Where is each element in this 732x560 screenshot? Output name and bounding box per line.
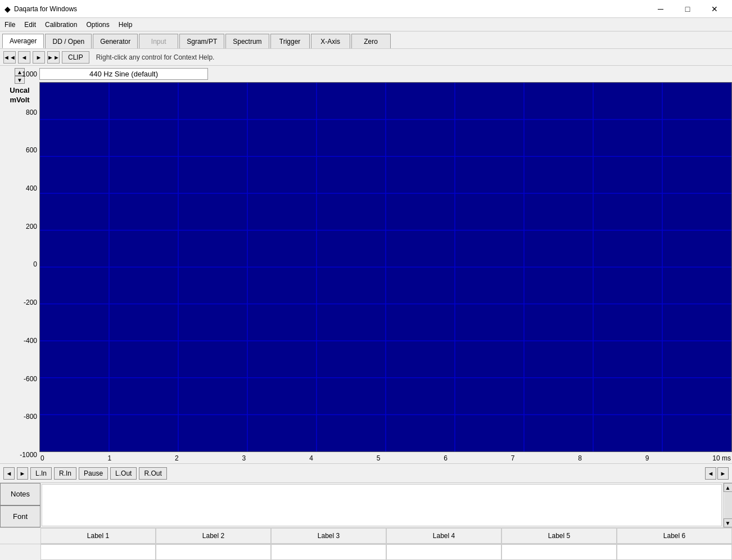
notes-textarea[interactable]: [42, 484, 722, 526]
label-value-1[interactable]: [40, 544, 156, 560]
label-header-1: Label 1: [40, 528, 156, 544]
label-value-5[interactable]: [501, 544, 617, 560]
clip-button[interactable]: CLIP: [62, 51, 89, 64]
tab-generator[interactable]: Generator: [93, 34, 138, 48]
label-header-3: Label 3: [271, 528, 386, 544]
x-axis-label: 8: [578, 454, 582, 462]
y-scale: 10008006004002000-200-400-600-800-1000: [11, 66, 39, 463]
label-value-2[interactable]: [156, 544, 271, 560]
label-value-4[interactable]: [386, 544, 501, 560]
notes-area: Notes Font ▲ ▼: [0, 482, 732, 527]
tab-averager[interactable]: Averager: [2, 34, 44, 48]
notes-buttons: Notes Font: [0, 483, 40, 527]
x-axis-label: 5: [377, 454, 381, 462]
y-scale-label: 800: [26, 109, 37, 116]
notes-scrollbar: ▲ ▼: [723, 483, 732, 527]
titlebar-left: ◆ Daqarta for Windows: [4, 4, 77, 13]
y-scale-label: -1000: [20, 451, 37, 459]
labels-table: Label 1Label 2Label 3Label 4Label 5Label…: [0, 527, 732, 560]
l-in-button[interactable]: L.In: [30, 467, 52, 480]
menu-item-calibration[interactable]: Calibration: [40, 18, 82, 31]
label-spacer: [0, 528, 40, 544]
help-text: Right-click any control for Context Help…: [96, 53, 215, 61]
label-value-3[interactable]: [271, 544, 386, 560]
tab-x-axis[interactable]: X-Axis: [311, 34, 350, 48]
y-scale-label: -200: [24, 299, 37, 306]
label-value-6[interactable]: [617, 544, 732, 560]
right-nav-left-arrow[interactable]: ◄: [705, 467, 716, 480]
menu-item-options[interactable]: Options: [82, 18, 114, 31]
y-scale-label: 0: [33, 260, 37, 268]
r-out-button[interactable]: R.Out: [139, 467, 166, 480]
scroll-down-arrow[interactable]: ▼: [724, 518, 733, 527]
l-out-button[interactable]: L.Out: [110, 467, 137, 480]
nav-last-button[interactable]: ►►: [47, 51, 60, 64]
maximize-button[interactable]: □: [675, 1, 701, 17]
x-axis-label: 6: [444, 454, 448, 462]
y-scale-label: 200: [26, 223, 37, 231]
x-axis-label: 9: [645, 454, 649, 462]
minimize-button[interactable]: ─: [648, 1, 674, 17]
labels-header: Label 1Label 2Label 3Label 4Label 5Label…: [0, 528, 732, 544]
tab-input: Input: [139, 34, 178, 48]
right-arrows: ◄ ►: [705, 467, 729, 480]
tab-dd---open[interactable]: DD / Open: [45, 34, 92, 48]
toolbar: AveragerDD / OpenGeneratorInputSgram/PTS…: [0, 31, 732, 49]
x-axis-label: 1: [108, 454, 112, 462]
y-scale-label: 600: [26, 146, 37, 154]
generator-label-bar: 440 Hz Sine (default): [39, 66, 732, 82]
menubar: FileEditCalibrationOptionsHelp: [0, 18, 732, 31]
label-header-6: Label 6: [617, 528, 732, 544]
chart-svg: [40, 83, 731, 451]
ch-right-arrow[interactable]: ►: [17, 467, 28, 480]
menu-item-edit[interactable]: Edit: [20, 18, 40, 31]
chart-container: ▲ ▼ Uncal mVolt 10008006004002000-200-40…: [0, 66, 732, 463]
x-axis-label: 4: [309, 454, 313, 462]
nav-first-button[interactable]: ◄◄: [3, 51, 16, 64]
x-axis-label: 2: [175, 454, 179, 462]
chart-right: 440 Hz Sine (default) 012345678910 ms: [39, 66, 732, 463]
label-row-spacer: [0, 544, 40, 560]
nav-prev-button[interactable]: ◄: [18, 51, 30, 64]
tab-spectrum[interactable]: Spectrum: [225, 34, 269, 48]
app-icon: ◆: [4, 4, 11, 13]
label-header-4: Label 4: [386, 528, 501, 544]
titlebar: ◆ Daqarta for Windows ─ □ ✕: [0, 0, 732, 18]
channel-controls: ◄ ► L.In R.In Pause L.Out R.Out ◄ ►: [0, 463, 732, 482]
menu-item-help[interactable]: Help: [114, 18, 137, 31]
labels-row: [0, 544, 732, 560]
font-button[interactable]: Font: [0, 505, 40, 528]
y-scale-label: 1000: [22, 70, 37, 78]
pause-button[interactable]: Pause: [79, 467, 108, 480]
chart-plot: [39, 82, 732, 452]
notes-button[interactable]: Notes: [0, 483, 40, 505]
x-axis-label: 7: [511, 454, 515, 462]
scroll-up-arrow[interactable]: ▲: [724, 483, 733, 492]
y-scale-label: 400: [26, 184, 37, 192]
x-axis-label: 3: [242, 454, 246, 462]
tab-zero[interactable]: Zero: [351, 34, 391, 48]
close-button[interactable]: ✕: [702, 1, 728, 17]
tab-sgram-pt[interactable]: Sgram/PT: [179, 34, 224, 48]
label-header-2: Label 2: [156, 528, 271, 544]
y-scale-label: -400: [24, 337, 37, 345]
y-axis: ▲ ▼ Uncal mVolt 10008006004002000-200-40…: [0, 66, 39, 463]
right-nav-right-arrow[interactable]: ►: [717, 467, 729, 480]
y-scale-label: -800: [24, 413, 37, 421]
r-in-button[interactable]: R.In: [54, 467, 76, 480]
app-title: Daqarta for Windows: [14, 5, 77, 13]
x-axis-labels: 012345678910 ms: [39, 454, 732, 462]
y-scale-label: -600: [24, 375, 37, 383]
menu-item-file[interactable]: File: [0, 18, 20, 31]
x-axis-label: 0: [40, 454, 44, 462]
x-axis: 012345678910 ms: [39, 452, 732, 463]
x-axis-label: 10 ms: [712, 454, 731, 462]
main-content: ▲ ▼ Uncal mVolt 10008006004002000-200-40…: [0, 66, 732, 560]
label-header-5: Label 5: [501, 528, 617, 544]
ch-left-arrow[interactable]: ◄: [3, 467, 15, 480]
tab-trigger[interactable]: Trigger: [270, 34, 310, 48]
titlebar-controls: ─ □ ✕: [648, 1, 728, 17]
nav-next-button[interactable]: ►: [33, 51, 45, 64]
subtoolbar: ◄◄ ◄ ► ►► CLIP Right-click any control f…: [0, 49, 732, 66]
generator-label: 440 Hz Sine (default): [39, 68, 208, 80]
